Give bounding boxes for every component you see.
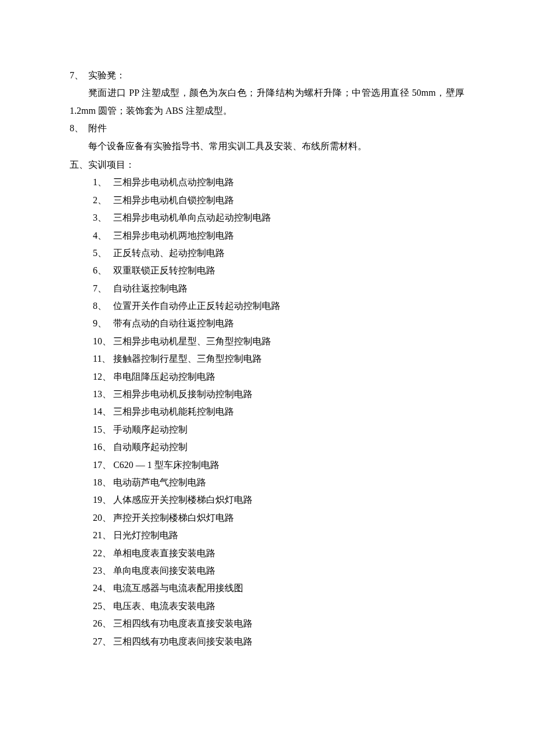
section-8-heading: 8、 附件 <box>70 120 464 137</box>
item-text: 三相异步电动机星型、三角型控制电路 <box>113 333 271 350</box>
list-item: 9、 带有点动的自动往返控制电路 <box>93 315 464 332</box>
section-7-heading: 7、 实验凳： <box>70 67 464 84</box>
list-item: 11、 接触器控制行星型、三角型控制电路 <box>93 350 464 368</box>
item-text: 三相异步电动机反接制动控制电路 <box>113 386 252 403</box>
section-7-number: 7、 <box>70 67 88 84</box>
list-item: 2、 三相异步电动机自锁控制电路 <box>93 192 464 209</box>
list-item: 1、 三相异步电动机点动控制电路 <box>93 174 464 191</box>
list-item: 25、 电压表、电流表安装电路 <box>93 597 464 615</box>
list-item: 7、 自动往返控制电路 <box>93 280 464 297</box>
list-item: 23、 单向电度表间接安装电路 <box>93 562 464 579</box>
item-text: 日光灯控制电路 <box>113 527 178 544</box>
list-item: 26、 三相四线有功电度表直接安装电路 <box>93 615 464 632</box>
section-8-title: 附件 <box>88 120 107 137</box>
item-index: 23、 <box>93 562 113 579</box>
list-item: 10、 三相异步电动机星型、三角型控制电路 <box>93 333 464 350</box>
item-index: 1、 <box>93 174 113 191</box>
item-text: 单相电度表直接安装电路 <box>113 545 215 562</box>
list-item: 20、 声控开关控制楼梯白炽灯电路 <box>93 509 464 527</box>
item-text: 电压表、电流表安装电路 <box>113 597 215 615</box>
item-index: 8、 <box>93 297 113 315</box>
item-text: 位置开关作自动停止正反转起动控制电路 <box>113 297 280 315</box>
item-index: 17、 <box>93 456 113 474</box>
section-8-body: 每个设备应备有实验指导书、常用实训工具及安装、布线所需材料。 <box>70 138 464 155</box>
item-text: 人体感应开关控制楼梯白炽灯电路 <box>113 491 252 509</box>
list-item: 4、 三相异步电动机两地控制电路 <box>93 227 464 244</box>
item-text: 三相异步电动机点动控制电路 <box>113 174 234 191</box>
list-item: 21、 日光灯控制电路 <box>93 527 464 544</box>
item-text: 三相异步电动机两地控制电路 <box>113 227 234 244</box>
item-index: 2、 <box>93 192 113 209</box>
item-index: 22、 <box>93 545 113 562</box>
section-7-body: 凳面进口 PP 注塑成型，颜色为灰白色；升降结构为螺杆升降；中管选用直径 50m… <box>70 84 464 120</box>
item-index: 20、 <box>93 509 113 527</box>
item-index: 13、 <box>93 386 113 403</box>
list-item: 12、 串电阻降压起动控制电路 <box>93 368 464 386</box>
list-item: 14、 三相异步电动机能耗控制电路 <box>93 403 464 420</box>
item-index: 3、 <box>93 209 113 226</box>
item-index: 24、 <box>93 579 113 597</box>
item-text: 三相四线有功电度表间接安装电路 <box>113 633 252 650</box>
list-item: 15、 手动顺序起动控制 <box>93 421 464 438</box>
list-item: 24、 电流互感器与电流表配用接线图 <box>93 579 464 597</box>
item-index: 6、 <box>93 262 113 279</box>
list-item: 17、 C620 — 1 型车床控制电路 <box>93 456 464 474</box>
item-text: 三相异步电动机自锁控制电路 <box>113 192 234 209</box>
list-item: 22、 单相电度表直接安装电路 <box>93 545 464 562</box>
item-index: 4、 <box>93 227 113 244</box>
item-text: 三相异步电动机能耗控制电路 <box>113 403 234 420</box>
item-index: 18、 <box>93 474 113 491</box>
item-index: 21、 <box>93 527 113 544</box>
document-page: 7、 实验凳： 凳面进口 PP 注塑成型，颜色为灰白色；升降结构为螺杆升降；中管… <box>0 0 534 685</box>
list-item: 27、 三相四线有功电度表间接安装电路 <box>93 633 464 650</box>
list-item: 18、 电动葫芦电气控制电路 <box>93 474 464 491</box>
item-index: 16、 <box>93 438 113 456</box>
training-list: 1、 三相异步电动机点动控制电路 2、 三相异步电动机自锁控制电路 3、 三相异… <box>70 174 464 650</box>
item-text: 双重联锁正反转控制电路 <box>113 262 215 279</box>
item-index: 10、 <box>93 333 113 350</box>
item-text: 带有点动的自动往返控制电路 <box>113 315 234 332</box>
item-text: 声控开关控制楼梯白炽灯电路 <box>113 509 234 527</box>
item-text: 自动往返控制电路 <box>113 280 187 297</box>
list-item: 13、 三相异步电动机反接制动控制电路 <box>93 386 464 403</box>
item-index: 14、 <box>93 403 113 420</box>
item-index: 11、 <box>93 350 113 368</box>
item-text: 手动顺序起动控制 <box>113 421 187 438</box>
list-item: 6、 双重联锁正反转控制电路 <box>93 262 464 279</box>
item-text: 正反转点动、起动控制电路 <box>113 244 225 262</box>
list-item: 3、 三相异步电动机单向点动起动控制电路 <box>93 209 464 226</box>
item-index: 26、 <box>93 615 113 632</box>
list-item: 16、 自动顺序起动控制 <box>93 438 464 456</box>
item-text: 接触器控制行星型、三角型控制电路 <box>113 350 262 368</box>
item-text: 电流互感器与电流表配用接线图 <box>113 579 243 597</box>
item-text: 电动葫芦电气控制电路 <box>113 474 206 491</box>
section-7-title: 实验凳： <box>88 67 125 84</box>
section-8-number: 8、 <box>70 120 88 137</box>
item-index: 9、 <box>93 315 113 332</box>
section-five-title: 实训项目： <box>88 156 135 174</box>
list-item: 8、 位置开关作自动停止正反转起动控制电路 <box>93 297 464 315</box>
item-index: 19、 <box>93 491 113 509</box>
item-text: 串电阻降压起动控制电路 <box>113 368 215 386</box>
section-five-number: 五、 <box>70 156 88 174</box>
section-five-heading: 五、 实训项目： <box>70 156 464 174</box>
item-index: 15、 <box>93 421 113 438</box>
item-index: 27、 <box>93 633 113 650</box>
item-text: 单向电度表间接安装电路 <box>113 562 215 579</box>
item-text: C620 — 1 型车床控制电路 <box>113 456 219 474</box>
list-item: 5、 正反转点动、起动控制电路 <box>93 244 464 262</box>
item-index: 25、 <box>93 597 113 615</box>
item-index: 7、 <box>93 280 113 297</box>
item-index: 5、 <box>93 244 113 262</box>
item-text: 三相异步电动机单向点动起动控制电路 <box>113 209 271 226</box>
list-item: 19、 人体感应开关控制楼梯白炽灯电路 <box>93 491 464 509</box>
item-text: 自动顺序起动控制 <box>113 438 187 456</box>
item-index: 12、 <box>93 368 113 386</box>
item-text: 三相四线有功电度表直接安装电路 <box>113 615 252 632</box>
